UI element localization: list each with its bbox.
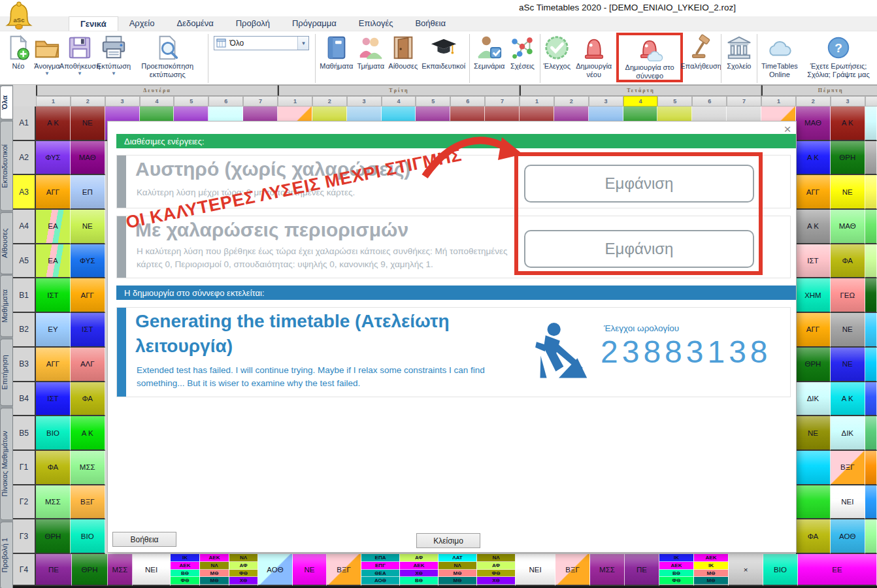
timetable-card[interactable] (865, 519, 877, 554)
toolbar-button-subjects[interactable]: Μαθήματα (318, 33, 355, 72)
timetable-card[interactable] (865, 485, 877, 520)
timetable-card[interactable]: ΕΥ (36, 313, 71, 348)
menu-item-view[interactable]: Προβολή (225, 16, 281, 31)
sidebar-tab-subjects[interactable]: Μαθήματα (0, 275, 13, 337)
toolbar-button-teachers[interactable]: Εκπαιδευτικοί (420, 33, 467, 72)
timetable-mini-card[interactable]: ΦΘ (171, 577, 199, 585)
toolbar-button-classes[interactable]: Τμήματα (355, 33, 386, 72)
timetable-mini-card[interactable]: ΦΘ (229, 570, 257, 578)
dropdown-arrow-icon[interactable]: ▾ (297, 37, 308, 50)
timetable-card[interactable] (796, 485, 831, 520)
row-header-B5[interactable]: B5 (13, 416, 36, 451)
timetable-card[interactable]: ΙΣΤ (796, 244, 831, 279)
timetable-mini-card[interactable]: ΑΕΚ (694, 554, 728, 562)
timetable-mini-card[interactable]: ΜΘ (439, 577, 476, 585)
timetable-card[interactable]: Α Κ (71, 416, 105, 451)
timetable-card[interactable]: ΕΑ (36, 244, 71, 279)
timetable-mini-card[interactable]: ΒΘ (400, 577, 438, 585)
timetable-card[interactable]: ΝΕ (71, 106, 105, 141)
timetable-card[interactable]: ΑΦΑΕΚΧΘΒΘ (400, 554, 439, 586)
timetable-card[interactable]: ΒΞΓ (327, 554, 361, 586)
timetable-card[interactable]: ΠΕ (625, 554, 659, 586)
timetable-mini-card[interactable]: ΙΚ (694, 562, 728, 570)
timetable-mini-card[interactable]: ΒΘ (171, 570, 199, 578)
sidebar-tab-all[interactable]: Όλα (0, 86, 13, 120)
timetable-card[interactable]: ΘΡΗ (36, 519, 71, 554)
timetable-card[interactable] (865, 313, 877, 348)
timetable-mini-card[interactable]: ΑΦ (229, 562, 257, 570)
timetable-card[interactable]: ΧΗΜ (796, 278, 831, 313)
timetable-card[interactable]: ΦΥΣ (36, 141, 71, 176)
timetable-card[interactable] (865, 278, 877, 313)
timetable-card[interactable] (865, 416, 877, 451)
timetable-mini-card[interactable]: ΑΕΚ (400, 562, 438, 570)
timetable-card[interactable]: ΒΙΟ (36, 416, 71, 451)
timetable-card[interactable]: ΙΚΑΕΚΒΘΦΘ (659, 554, 694, 586)
timetable-card[interactable]: ΔΙΚ (796, 382, 831, 417)
timetable-mini-card[interactable]: ΧΘ (477, 577, 515, 585)
timetable-card[interactable]: ΜΣΣ (71, 451, 105, 485)
timetable-card[interactable]: ΝΕΙ (516, 554, 555, 586)
timetable-mini-card[interactable]: ΕΠΑ (361, 554, 399, 562)
sidebar-tab-subjects-table[interactable]: Πίνακας Μαθημάτων (0, 408, 13, 520)
timetable-mini-card[interactable]: ΜΘ (694, 577, 728, 585)
row-header-A2[interactable]: A2 (13, 141, 36, 176)
timetable-card[interactable] (865, 382, 877, 417)
timetable-card[interactable]: × (729, 554, 763, 586)
timetable-card[interactable]: Α Κ (796, 141, 831, 176)
timetable-card[interactable]: ΒΞΓ (555, 554, 590, 586)
timetable-card[interactable]: ΜΑΘ (71, 141, 105, 176)
sidebar-tab-view-1[interactable]: Προβολή 1 (0, 521, 13, 588)
timetable-mini-card[interactable]: ΑΟΘ (361, 577, 399, 585)
sidebar-tab-teachers[interactable]: Εκπαιδευτικοί (0, 121, 13, 211)
menu-item-data[interactable]: Δεδομένα (165, 16, 224, 31)
timetable-card[interactable]: ΓΕΩ (831, 278, 865, 313)
timetable-mini-card[interactable]: ΑΕΚ (171, 562, 199, 570)
row-header-B1[interactable]: B1 (13, 278, 36, 313)
timetable-card[interactable]: ΙΣΤ (71, 313, 105, 348)
timetable-card[interactable] (865, 210, 877, 244)
toolbar-button-print[interactable]: Εκτύπωση▼ (98, 33, 129, 77)
toolbar-button-relations[interactable]: Σχέσεις (506, 33, 538, 72)
menu-item-general[interactable]: Γενικά (69, 16, 118, 31)
timetable-mini-card[interactable]: ΝΛ (229, 554, 257, 562)
row-header-Γ4[interactable]: Γ4 (13, 554, 36, 586)
timetable-mini-card[interactable]: ΦΘ (477, 570, 515, 578)
timetable-card[interactable]: ΝΕ (796, 416, 831, 451)
timetable-card[interactable] (865, 141, 877, 176)
timetable-card[interactable]: ΑΟΘ (831, 519, 865, 554)
timetable-mini-card[interactable]: ΛΑΤ (439, 554, 476, 562)
timetable-card[interactable]: ΙΣΤ (36, 278, 71, 313)
timetable-card[interactable]: ΕΠ (71, 175, 105, 210)
timetable-mini-card[interactable]: ΙΚ (171, 554, 199, 562)
row-header-B2[interactable]: B2 (13, 313, 36, 348)
timetable-card[interactable]: ΑΓΓ (36, 175, 71, 210)
timetable-card[interactable]: ΑΕΚΝΛΜΘΜΘ (200, 554, 229, 586)
menu-item-file[interactable]: Αρχείο (118, 16, 166, 31)
timetable-card[interactable]: ΑΓΓ (796, 175, 831, 210)
timetable-card[interactable]: ΒΞΓ (831, 451, 865, 485)
row-header-B4[interactable]: B4 (13, 382, 36, 417)
row-header-A1[interactable]: A1 (13, 106, 36, 141)
timetable-card[interactable] (796, 451, 831, 485)
timetable-mini-card[interactable]: ΑΕΚ (200, 554, 229, 562)
timetable-card[interactable]: ΦΑ (831, 244, 865, 279)
timetable-card[interactable]: ΛΑΤΝΛΜΘΜΘ (439, 554, 477, 586)
menu-item-options[interactable]: Επιλογές (348, 16, 405, 31)
menu-item-help[interactable]: Βοήθεια (404, 16, 457, 31)
timetable-mini-card[interactable]: ΙΚ (659, 554, 693, 562)
timetable-card[interactable]: ΑΓΓ (796, 313, 831, 348)
timetable-mini-card[interactable]: ΦΘ (659, 577, 693, 585)
row-header-Γ1[interactable]: Γ1 (13, 451, 36, 485)
timetable-mini-card[interactable]: ΜΘ (200, 570, 229, 578)
toolbar-button-feedback[interactable]: ?Έχετε Ερωτήσεις; Σχόλια; Γράψτε μας (800, 33, 877, 80)
timetable-card[interactable]: ΝΛΑΦΦΘΧΘ (477, 554, 516, 586)
toolbar-button-check[interactable]: Έλεγχος (542, 33, 571, 72)
toolbar-button-print-preview[interactable]: Προεπισκόπηση εκτύπωσης (129, 33, 206, 80)
menu-item-schedule[interactable]: Πρόγραμμα (281, 16, 348, 31)
toolbar-button-open[interactable]: Άνοιγμα▼ (33, 33, 61, 77)
timetable-card[interactable]: ΜΑΘ (796, 106, 831, 141)
row-header-A3[interactable]: A3 (13, 175, 36, 210)
timetable-card[interactable]: ΘΡΗ (796, 348, 831, 382)
timetable-card[interactable]: ΦΑ (71, 382, 105, 417)
